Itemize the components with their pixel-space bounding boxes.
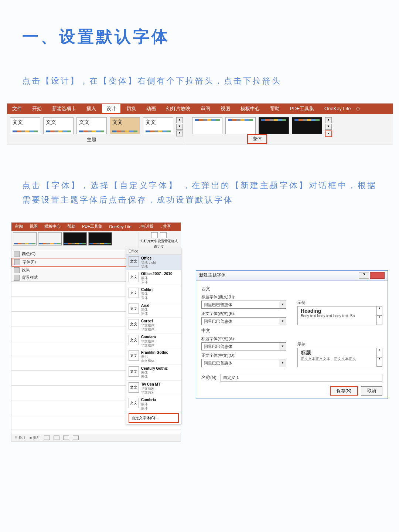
heading-latin-combo[interactable]: 阿里巴巴普惠体▼ — [201, 301, 286, 309]
body-cjk-label: 正文字体(中文)(O): — [201, 353, 286, 358]
down-icon[interactable]: ▼ — [325, 124, 332, 130]
ribbon-tab-帮助[interactable]: 帮助 — [64, 223, 79, 231]
heading-cjk-label: 标题字体(中文)(A): — [201, 336, 286, 342]
more-icon[interactable]: ▾ — [176, 131, 183, 136]
ribbon-tab-pdf工具集[interactable]: PDF工具集 — [285, 104, 319, 114]
menu-icon — [14, 275, 20, 281]
bg-format-icon[interactable] — [160, 232, 167, 238]
theme-thumb[interactable]: 文文 — [76, 117, 107, 134]
ribbon-tab-模板中心[interactable]: 模板中心 — [41, 223, 64, 231]
ribbon-tab-模板中心[interactable]: 模板中心 — [235, 104, 265, 114]
up-icon[interactable]: ▲ — [325, 117, 332, 123]
heading-latin-label: 标题字体(西文)(H): — [201, 294, 286, 300]
variant-thumb[interactable] — [38, 232, 62, 245]
custom-fonts-button[interactable]: 自定义字体(C)... — [129, 413, 179, 423]
slide-size-label: 幻灯片大小 — [140, 239, 157, 243]
variants-dropdown-icon[interactable]: ▾ — [325, 131, 332, 137]
save-button[interactable]: 保存(S) — [330, 386, 358, 396]
dialog-title: 新建主题字体 — [199, 272, 226, 278]
chevron-down-icon[interactable]: ▼ — [279, 318, 286, 325]
ribbon-tab-动画[interactable]: 动画 — [141, 104, 161, 114]
ribbon-tab-审阅[interactable]: 审阅 — [11, 223, 26, 231]
theme-thumb[interactable]: 文文 — [143, 117, 173, 134]
ribbon-tab-插入[interactable]: 插入 — [81, 104, 101, 114]
ribbon-tab-pdf工具集[interactable]: PDF工具集 — [79, 223, 106, 231]
sample-label: 示例 — [297, 300, 382, 305]
help-icon[interactable]: ? — [359, 272, 369, 279]
view-sorter-icon[interactable] — [54, 436, 59, 440]
view-reading-icon[interactable] — [63, 436, 69, 440]
variants-label: 变体 — [247, 134, 267, 144]
combo-value: 阿里巴巴普惠体 — [202, 318, 279, 325]
theme-scroll[interactable]: ▲ ▼ ▾ — [176, 117, 183, 136]
ribbon-tab-新建选项卡[interactable]: 新建选项卡 — [47, 104, 81, 114]
theme-thumb[interactable]: 文文 — [110, 117, 140, 134]
ribbon-tab-视图[interactable]: 视图 — [215, 104, 235, 114]
chevron-down-icon[interactable]: ▼ — [279, 359, 286, 367]
variant-thumb[interactable] — [259, 117, 289, 134]
variant-scroll[interactable]: ▲ ▼ ▾ — [325, 117, 332, 137]
font-scheme-item[interactable]: 文文Office等线 Light等线 — [126, 255, 181, 271]
menu-icon — [14, 251, 20, 257]
font-scheme-item[interactable]: 文文Corbel华文楷体华文楷体 — [126, 318, 181, 333]
combo-value: 阿里巴巴普惠体 — [202, 343, 279, 350]
close-icon[interactable] — [370, 272, 385, 279]
ribbon-tab-onekey lite[interactable]: OneKey Lite — [319, 104, 356, 114]
down-icon[interactable]: ▼ — [176, 124, 183, 130]
font-scheme-item[interactable]: 文文Candara华文楷体华文楷体 — [126, 333, 181, 349]
variant-thumb[interactable] — [225, 117, 256, 134]
ribbon-tab-onekey lite[interactable]: OneKey Lite — [106, 223, 135, 231]
ribbon-tab-文件[interactable]: 文件 — [7, 104, 27, 114]
ribbon-tab-审阅[interactable]: 审阅 — [195, 104, 215, 114]
body-latin-combo[interactable]: 阿里巴巴普惠体▼ — [201, 317, 286, 325]
ribbon-tab-切换[interactable]: 切换 — [121, 104, 141, 114]
ribbon-tab-幻灯片放映[interactable]: 幻灯片放映 — [161, 104, 195, 114]
font-scheme-item[interactable]: 文文Tw Cen MT华文仿宋华文仿宋 — [126, 381, 181, 397]
menu-icon — [14, 267, 20, 273]
page-heading: 一、设置默认字体 — [22, 26, 399, 48]
body-cjk-combo[interactable]: 阿里巴巴普惠体▼ — [201, 359, 286, 367]
variant-thumb[interactable] — [13, 232, 37, 245]
variant-thumb[interactable] — [292, 117, 322, 134]
spin-up-icon[interactable]: ▲ — [377, 348, 382, 358]
name-input[interactable] — [221, 374, 382, 382]
variant-thumb[interactable] — [192, 117, 222, 134]
spin-down-icon[interactable]: ▼ — [377, 316, 382, 325]
chevron-down-icon[interactable]: ▼ — [279, 301, 286, 308]
slide-size-icon[interactable] — [151, 232, 158, 238]
body-latin-label: 正文字体(西文)(B): — [201, 311, 286, 316]
font-thumb-icon: 文文 — [129, 272, 139, 282]
variant-thumb[interactable] — [63, 232, 87, 245]
font-scheme-item[interactable]: 文文Calibri宋体宋体 — [126, 286, 181, 302]
sample-label: 示例 — [297, 342, 382, 347]
section-cjk: 中文 — [201, 328, 382, 334]
ribbon-screenshot-2: 审阅视图模板中心帮助PDF工具集OneKey Lite ♀ 告诉我 ♀ 共享 幻… — [11, 222, 181, 442]
bg-format-label: 设置背景格式 — [158, 239, 178, 243]
variant-thumb[interactable] — [88, 232, 112, 245]
theme-thumb[interactable]: 文文 — [10, 117, 40, 134]
ribbon-tab-视图[interactable]: 视图 — [26, 223, 41, 231]
view-slideshow-icon[interactable] — [73, 436, 79, 440]
cancel-button[interactable]: 取消 — [361, 386, 382, 396]
tell-me-button[interactable]: ♀ 告诉我 — [135, 223, 157, 231]
font-scheme-item[interactable]: 文文Century Gothic宋体宋体 — [126, 365, 181, 381]
spin-down-icon[interactable]: ▼ — [377, 358, 382, 367]
ribbon-tab-设计[interactable]: 设计 — [101, 104, 121, 114]
up-icon[interactable]: ▲ — [176, 117, 183, 123]
theme-thumb[interactable]: 文文 — [43, 117, 74, 134]
font-scheme-item[interactable]: 文文Cambria黑体黑体 — [126, 396, 181, 412]
comments-button[interactable]: 批注 — [33, 436, 40, 440]
ribbon-tab-开始[interactable]: 开始 — [27, 104, 47, 114]
notes-button[interactable]: 备注 — [18, 436, 26, 440]
font-scheme-item[interactable]: 文文Office 2007 - 2010黑体宋体 — [126, 270, 181, 286]
ribbon-tab-帮助[interactable]: 帮助 — [265, 104, 285, 114]
share-button[interactable]: ♀ 共享 — [157, 223, 174, 231]
spin-up-icon[interactable]: ▲ — [377, 306, 382, 316]
chevron-down-icon[interactable]: ▼ — [279, 343, 286, 350]
view-normal-icon[interactable] — [44, 436, 50, 440]
font-scheme-item[interactable]: 文文Arial黑体黑体 — [126, 302, 181, 318]
heading-cjk-combo[interactable]: 阿里巴巴普惠体▼ — [201, 342, 286, 350]
font-scheme-item[interactable]: 文文Franklin Gothic隶书华文楷体 — [126, 349, 181, 365]
instruction-1: 点击【设计】，在【变体】右侧有个下拉箭头，点击下拉箭头 — [22, 74, 377, 88]
fonts-flyout-header: Office — [126, 248, 181, 255]
